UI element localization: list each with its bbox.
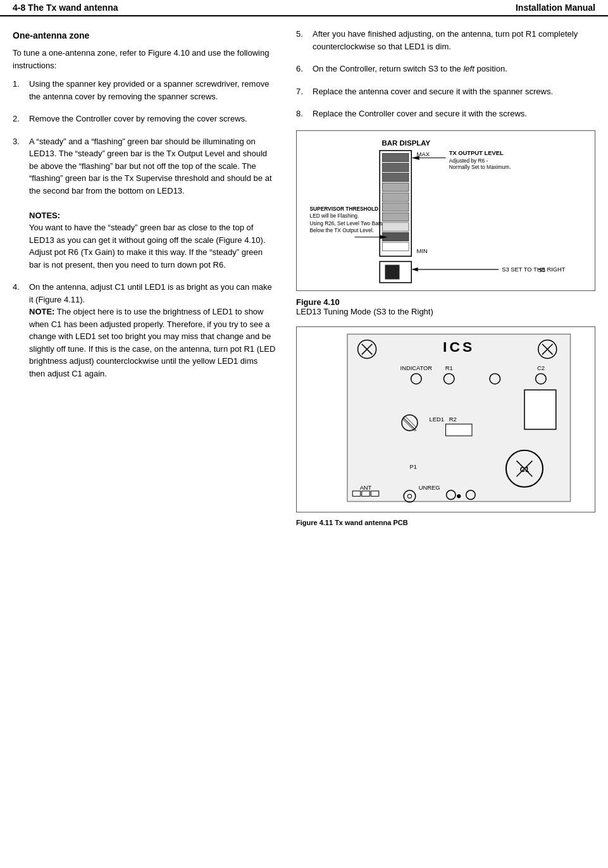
step-text: Using the spanner key provided or a span…	[29, 78, 276, 102]
left-steps-list: 1. Using the spanner key provided or a s…	[13, 78, 276, 380]
svg-text:Normally Set to Maximum.: Normally Set to Maximum.	[449, 164, 511, 170]
pcb-diagram: ICS INDICATOR	[301, 331, 591, 508]
step-number: 5.	[296, 28, 307, 40]
figure-411-caption-text: Figure 4.11 Tx wand antenna PCB	[296, 519, 408, 526]
svg-marker-30	[411, 267, 418, 271]
step-text: Remove the Controller cover by removing …	[29, 113, 276, 125]
list-item: 1. Using the spanner key provided or a s…	[13, 78, 276, 102]
step-text: A “steady” and a “flashing” green bar sh…	[29, 135, 276, 271]
step-text: Replace the Controller cover and secure …	[313, 108, 595, 120]
svg-rect-9	[382, 213, 409, 221]
svg-text:LED1: LED1	[430, 416, 444, 423]
list-item: 7. Replace the antenna cover and secure …	[296, 85, 595, 98]
svg-rect-27	[385, 264, 400, 279]
svg-text:LED will be Flashing.: LED will be Flashing.	[310, 213, 359, 219]
step-number: 6.	[296, 63, 307, 75]
section-title: One-antenna zone	[13, 30, 276, 40]
svg-text:R2: R2	[449, 416, 457, 423]
svg-text:SUPERVISOR THRESHOLD: SUPERVISOR THRESHOLD	[310, 206, 379, 212]
svg-rect-12	[382, 242, 409, 251]
svg-rect-54	[446, 424, 472, 436]
note-label: NOTE:	[29, 307, 54, 316]
svg-point-69	[457, 494, 461, 498]
list-item: 5. After you have finished adjusting, on…	[296, 28, 595, 53]
step-number: 2.	[13, 113, 24, 125]
list-item: 2. Remove the Controller cover by removi…	[13, 113, 276, 125]
main-content: One-antenna zone To tune a one-antenna z…	[0, 28, 608, 529]
step-text: On the Controller, return switch S3 to t…	[313, 63, 595, 75]
figure-411-caption: Figure 4.11 Tx wand antenna PCB	[296, 519, 595, 526]
header-right: Installation Manual	[516, 3, 595, 13]
svg-rect-63	[371, 491, 378, 496]
svg-marker-15	[411, 156, 419, 159]
bar-display-svg: BAR DISPLAY MAX	[301, 135, 591, 287]
notes-text: You want to have the “steady” green bar …	[29, 223, 265, 270]
svg-text:R1: R1	[445, 365, 453, 371]
step-number: 1.	[13, 78, 24, 90]
header-left: 4-8 The Tx wand antenna	[13, 3, 118, 13]
svg-rect-47	[524, 390, 556, 429]
page-header: 4-8 The Tx wand antenna Installation Man…	[0, 0, 608, 16]
step-text: On the antenna, adjust C1 until LED1 is …	[29, 281, 276, 380]
bar-display-diagram: BAR DISPLAY MAX	[301, 135, 591, 287]
svg-rect-5	[382, 173, 409, 182]
svg-text:UNREG: UNREG	[419, 484, 440, 490]
svg-text:C2: C2	[537, 365, 545, 371]
notes-label: NOTES:	[29, 211, 60, 220]
left-column: One-antenna zone To tune a one-antenna z…	[13, 28, 291, 529]
svg-text:Adjusted by R6 -: Adjusted by R6 -	[449, 157, 488, 163]
svg-text:ANT: ANT	[360, 484, 372, 490]
svg-text:MIN: MIN	[417, 247, 428, 254]
page: 4-8 The Tx wand antenna Installation Man…	[0, 0, 608, 868]
step-number: 8.	[296, 108, 307, 120]
list-item: 4. On the antenna, adjust C1 until LED1 …	[13, 281, 276, 380]
svg-text:S3 SET TO THE RIGHT: S3 SET TO THE RIGHT	[502, 266, 566, 273]
list-item: 6. On the Controller, return switch S3 t…	[296, 63, 595, 75]
pcb-svg: ICS INDICATOR	[301, 331, 591, 508]
right-steps-list: 5. After you have finished adjusting, on…	[296, 28, 595, 120]
svg-text:BAR DISPLAY: BAR DISPLAY	[382, 139, 431, 146]
svg-rect-4	[382, 163, 409, 171]
svg-rect-8	[382, 202, 409, 211]
step-number: 3.	[13, 135, 24, 148]
step-text: After you have finished adjusting, on th…	[313, 28, 595, 53]
list-item: 3. A “steady” and a “flashing” green bar…	[13, 135, 276, 271]
step-text: Replace the antenna cover and secure it …	[313, 85, 595, 98]
figure-410-caption-line2: LED13 Tuning Mode (S3 to the Right)	[296, 307, 433, 316]
svg-rect-10	[382, 222, 409, 231]
svg-text:C1: C1	[520, 465, 530, 473]
figure-410-caption-line1: Figure 4.10	[296, 297, 340, 307]
figure-410-box: BAR DISPLAY MAX	[296, 130, 595, 291]
step-main-text: A “steady” and a “flashing” green bar sh…	[29, 137, 272, 195]
pcb-labels-container: Figure 4.11 Tx wand antenna PCB	[296, 519, 595, 526]
svg-rect-62	[362, 491, 369, 496]
step-number: 4.	[13, 281, 24, 294]
svg-text:Below the TX Output Level.: Below the TX Output Level.	[310, 227, 374, 233]
figure-410-caption: Figure 4.10 LED13 Tuning Mode (S3 to the…	[296, 297, 595, 316]
svg-text:P1: P1	[409, 463, 416, 469]
section-intro: To tune a one-antenna zone, refer to Fig…	[13, 47, 276, 71]
svg-text:INDICATOR: INDICATOR	[400, 365, 433, 371]
svg-rect-6	[382, 183, 409, 192]
figure-411-box: ICS INDICATOR	[296, 326, 595, 512]
step-number: 7.	[296, 85, 307, 98]
svg-rect-7	[382, 192, 409, 201]
svg-text:Using R26, Set Level Two Bars: Using R26, Set Level Two Bars	[310, 220, 383, 226]
svg-rect-61	[352, 491, 360, 496]
svg-text:ICS: ICS	[443, 338, 475, 355]
right-column: 5. After you have finished adjusting, on…	[291, 28, 595, 529]
step-main-text: On the antenna, adjust C1 until LED1 is …	[29, 282, 272, 304]
list-item: 8. Replace the Controller cover and secu…	[296, 108, 595, 120]
note-text: The object here is to use the brightness…	[29, 307, 275, 378]
svg-text:TX OUTPUT LEVEL: TX OUTPUT LEVEL	[449, 149, 504, 156]
svg-rect-3	[382, 153, 409, 162]
